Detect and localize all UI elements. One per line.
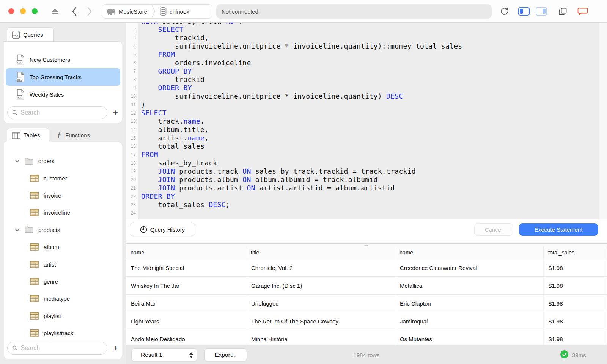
cell[interactable]: Chronicle, Vol. 2 <box>246 259 395 276</box>
result-selector[interactable]: Result 1 <box>131 348 197 361</box>
code-line[interactable]: FROM <box>141 50 175 59</box>
tree-table-row[interactable]: playlisttrack <box>4 325 122 342</box>
code-line[interactable]: JOIN products.track ON sales_by_track.tr… <box>141 167 416 176</box>
window-tabs-button[interactable] <box>557 6 568 17</box>
code-line[interactable]: sum(invoiceline.unitprice * invoiceline.… <box>141 42 462 50</box>
tab-tables[interactable]: Tables <box>7 128 49 142</box>
table-row[interactable]: The Midnight SpecialChronicle, Vol. 2Cre… <box>126 259 607 277</box>
tree-table-row[interactable]: album <box>4 238 122 256</box>
toggle-right-sidebar-button[interactable] <box>536 7 547 16</box>
cell[interactable]: Light Years <box>126 312 246 330</box>
code-line[interactable]: total_sales <box>141 142 204 151</box>
tree-table-row[interactable]: invoice <box>4 187 122 204</box>
execute-statement-button[interactable]: Execute Statement <box>519 223 598 236</box>
table-row[interactable]: Beira MarUnpluggedEric Clapton$1.98 <box>126 295 607 312</box>
sql-file-icon: SQL <box>16 54 25 65</box>
query-item[interactable]: SQLTop Grossing Tracks <box>6 68 120 86</box>
code-line[interactable]: JOIN products.album ON album.albumid = t… <box>141 176 378 184</box>
code-line[interactable]: artist.name, <box>141 134 209 142</box>
tree-item-label: genre <box>44 278 58 285</box>
zoom-window-button[interactable] <box>32 8 38 14</box>
left-sidebar-icon <box>520 9 523 14</box>
back-button[interactable] <box>69 5 80 17</box>
query-history-button[interactable]: Query History <box>130 223 195 236</box>
cell[interactable]: $1.98 <box>544 295 607 312</box>
code-line[interactable]: GROUP BY <box>141 67 192 75</box>
code-line[interactable]: album.title, <box>141 126 209 134</box>
column-header[interactable]: name <box>395 246 544 259</box>
cell[interactable]: $1.98 <box>544 277 607 294</box>
tree-table-row[interactable]: invoiceline <box>4 204 122 221</box>
tree-table-row[interactable]: playlist <box>4 308 122 325</box>
query-item[interactable]: SQLNew Customers <box>4 51 122 68</box>
close-window-button[interactable] <box>8 8 14 14</box>
tree-table-row[interactable]: genre <box>4 273 122 290</box>
add-query-button[interactable]: + <box>111 108 120 117</box>
cell[interactable]: Creedence Clearwater Revival <box>395 259 544 276</box>
feedback-button[interactable] <box>577 6 589 17</box>
tree-table-row[interactable]: mediatype <box>4 290 122 307</box>
cell[interactable]: Eric Clapton <box>395 295 544 312</box>
cell[interactable]: The Midnight Special <box>126 259 246 276</box>
tab-queries[interactable]: SQL Queries <box>7 27 54 42</box>
success-badge <box>560 350 568 358</box>
queries-search-input[interactable] <box>20 109 102 116</box>
tab-functions[interactable]: ƒ Functions <box>52 128 109 142</box>
line-number: 3 <box>126 34 136 42</box>
tree-folder-row[interactable]: products <box>4 221 122 238</box>
cell[interactable]: Jamiroquai <box>395 312 544 330</box>
code-line[interactable]: trackid <box>141 75 204 84</box>
forward-button[interactable] <box>84 5 95 17</box>
cell[interactable]: The Return Of The Space Cowboy <box>246 312 395 330</box>
code-line[interactable]: SELECT <box>141 25 183 34</box>
code-line[interactable]: sales_by_track <box>141 159 217 167</box>
eject-button[interactable] <box>49 6 61 17</box>
cell[interactable]: Metallica <box>395 277 544 294</box>
code-line[interactable]: total_sales DESC; <box>141 201 230 209</box>
minimize-window-button[interactable] <box>20 8 26 14</box>
tree-table-row[interactable]: artist <box>4 256 122 273</box>
tables-search-input[interactable] <box>20 345 102 351</box>
cell[interactable]: $1.98 <box>544 259 607 276</box>
cell[interactable]: Unplugged <box>246 295 395 312</box>
code-line[interactable]: ORDER BY <box>141 192 175 201</box>
line-number: 7 <box>126 67 136 75</box>
editor-scrollbar-track[interactable] <box>599 23 607 219</box>
breadcrumb-database[interactable]: chinook <box>156 5 193 18</box>
cell[interactable]: Beira Mar <box>126 295 246 312</box>
cell[interactable]: Whiskey In The Jar <box>126 277 246 294</box>
tables-panel: orders customer invoice invoiceline prod… <box>4 142 122 359</box>
sql-file-icon: SQL <box>16 89 25 100</box>
code-line[interactable]: ) <box>141 100 145 109</box>
tree-item-label: playlist <box>44 313 61 319</box>
code-line[interactable]: orders.invoiceline <box>141 59 251 67</box>
tree-folder-row[interactable]: orders <box>4 152 122 169</box>
code-line[interactable]: sum(invoiceline.unitprice * invoiceline.… <box>141 92 403 100</box>
code-line[interactable]: JOIN products.artist ON artist.artistid … <box>141 184 395 192</box>
tree-table-row[interactable]: customer <box>4 169 122 187</box>
reload-button[interactable] <box>498 6 510 17</box>
sql-editor[interactable]: 123456789101112131415161718192021222324 … <box>126 23 607 219</box>
code-line[interactable]: track.name, <box>141 117 204 126</box>
cell[interactable]: $1.98 <box>544 312 607 330</box>
search-icon <box>12 345 17 351</box>
add-table-button[interactable]: + <box>111 344 120 353</box>
breadcrumb-server[interactable]: MusicStore <box>102 5 151 18</box>
cancel-button[interactable]: Cancel <box>474 223 513 236</box>
code-line[interactable]: FROM <box>141 151 158 159</box>
tables-search[interactable] <box>7 342 107 355</box>
code-line[interactable]: ORDER BY <box>141 84 192 92</box>
column-header[interactable]: title <box>246 246 395 259</box>
queries-search[interactable] <box>7 106 107 119</box>
code-line[interactable]: trackid, <box>141 34 209 42</box>
column-header[interactable]: name <box>126 246 246 259</box>
toggle-left-sidebar-button[interactable] <box>518 7 530 16</box>
query-item[interactable]: SQLWeekly Sales <box>4 86 122 103</box>
table-row[interactable]: Whiskey In The JarGarage Inc. (Disc 1)Me… <box>126 277 607 295</box>
code-line[interactable]: WITH sales_by_track AS ( <box>141 23 242 25</box>
code-line[interactable]: SELECT <box>141 109 167 117</box>
column-header[interactable]: total_sales <box>544 246 607 259</box>
cell[interactable]: Garage Inc. (Disc 1) <box>246 277 395 294</box>
export-button[interactable]: Export... <box>204 348 247 361</box>
table-row[interactable]: Light YearsThe Return Of The Space Cowbo… <box>126 312 607 330</box>
